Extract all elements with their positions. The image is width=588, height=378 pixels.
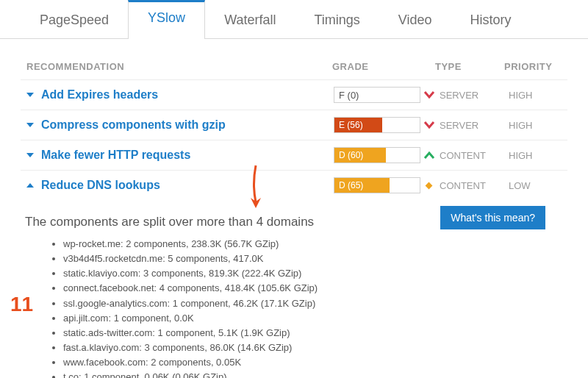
type-cell: SERVER [440, 90, 509, 101]
priority-cell: HIGH [509, 90, 563, 101]
recommendation-row[interactable]: Make fewer HTTP requests D (60) CONTENT … [21, 140, 567, 170]
tab-pagespeed[interactable]: PageSpeed [21, 0, 128, 38]
tab-history[interactable]: History [451, 0, 531, 38]
chevron-down-icon [26, 153, 34, 157]
svg-rect-0 [426, 182, 433, 190]
tab-label: Video [398, 13, 432, 27]
list-item: static.ads-twitter.com: 1 component, 5.1… [63, 326, 567, 340]
tab-video[interactable]: Video [379, 0, 451, 38]
list-item: static.klaviyo.com: 3 components, 819.3K… [63, 266, 567, 281]
recommendation-link[interactable]: Compress components with gzip [41, 118, 226, 131]
list-item: api.jilt.com: 1 component, 0.0K [63, 311, 567, 326]
chevron-down-icon [26, 123, 34, 127]
header-recommendation: RECOMMENDATION [26, 61, 332, 72]
trend-up-icon [423, 151, 440, 160]
list-item: ssl.google-analytics.com: 1 component, 4… [63, 296, 567, 311]
recommendation-link[interactable]: Reduce DNS lookups [41, 179, 160, 191]
recommendation-details: What's this mean? The components are spl… [21, 200, 567, 378]
recommendation-row[interactable]: Reduce DNS lookups D (65) CONTENT LOW [21, 170, 567, 200]
list-item: v3b4d4f5.rocketcdn.me: 5 components, 417… [63, 252, 567, 266]
grade-box: D (65) [334, 177, 420, 193]
grade-fill: D (65) [334, 178, 390, 193]
recommendation-link[interactable]: Make fewer HTTP requests [41, 149, 190, 161]
list-item: connect.facebook.net: 4 components, 418.… [63, 281, 567, 296]
tab-label: History [470, 13, 512, 27]
chevron-up-icon [26, 183, 34, 188]
grade-fill: E (56) [334, 118, 382, 132]
header-priority: PRIORITY [504, 61, 563, 72]
recommendation-link[interactable]: Add Expires headers [41, 88, 158, 101]
tab-label: Waterfall [224, 13, 276, 27]
tab-label: Timings [314, 13, 359, 27]
grade-box: F (0) [334, 87, 420, 103]
priority-cell: HIGH [509, 120, 563, 131]
priority-cell: LOW [509, 180, 563, 191]
trend-down-icon [423, 90, 440, 99]
header-grade: GRADE [332, 61, 435, 72]
tabs-bar: PageSpeed YSlow Waterfall Timings Video … [0, 0, 588, 39]
tab-label: PageSpeed [40, 13, 109, 27]
tab-waterfall[interactable]: Waterfall [205, 0, 295, 38]
recommendation-row[interactable]: Compress components with gzip E (56) SER… [21, 110, 567, 140]
tab-timings[interactable]: Timings [295, 0, 379, 38]
trend-neutral-icon [423, 180, 440, 190]
grade-fill: D (60) [334, 148, 386, 163]
yslow-panel: RECOMMENDATION GRADE TYPE PRIORITY Add E… [0, 39, 588, 378]
annotation-number: 11 [10, 293, 33, 316]
type-cell: SERVER [440, 120, 509, 131]
grade-label: F (0) [334, 90, 363, 101]
tab-label: YSlow [148, 10, 185, 25]
table-header: RECOMMENDATION GRADE TYPE PRIORITY [21, 54, 567, 79]
list-item: wp-rocket.me: 2 components, 238.3K (56.7… [63, 237, 567, 252]
type-cell: CONTENT [440, 150, 509, 161]
chevron-down-icon [26, 93, 34, 97]
type-cell: CONTENT [440, 180, 509, 191]
list-item: fast.a.klaviyo.com: 3 components, 86.0K … [63, 340, 567, 355]
grade-box: D (60) [334, 147, 420, 163]
list-item: t.co: 1 component, 0.06K (0.06K GZip) [63, 370, 567, 378]
priority-cell: HIGH [509, 150, 563, 161]
trend-down-icon [423, 121, 440, 129]
component-list: wp-rocket.me: 2 components, 238.3K (56.7… [25, 237, 567, 378]
recommendation-row[interactable]: Add Expires headers F (0) SERVER HIGH [21, 79, 567, 110]
whats-this-mean-button[interactable]: What's this mean? [440, 206, 545, 229]
header-type: TYPE [435, 61, 504, 72]
tab-yslow[interactable]: YSlow [128, 0, 205, 39]
grade-box: E (56) [334, 117, 420, 133]
list-item: www.facebook.com: 2 components, 0.05K [63, 355, 567, 370]
